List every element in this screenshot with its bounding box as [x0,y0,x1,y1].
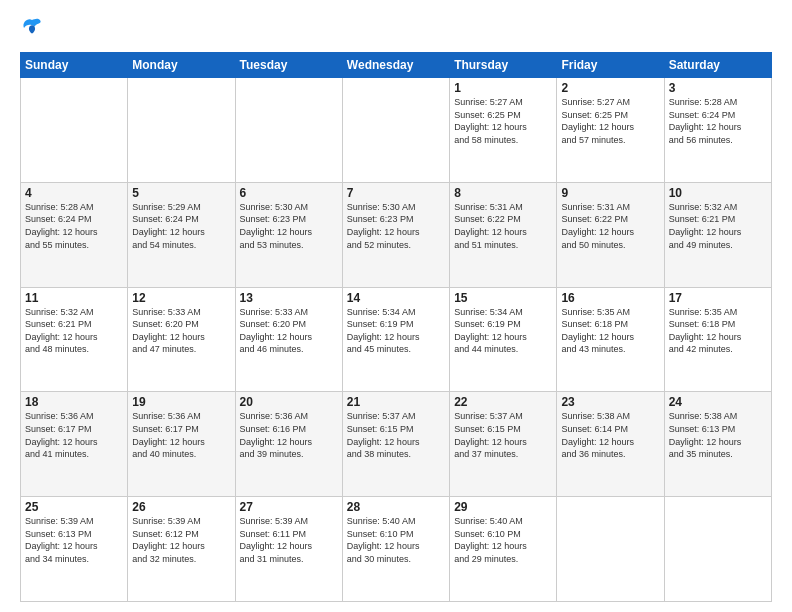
calendar-cell: 25Sunrise: 5:39 AM Sunset: 6:13 PM Dayli… [21,497,128,602]
calendar-cell: 9Sunrise: 5:31 AM Sunset: 6:22 PM Daylig… [557,182,664,287]
day-number: 27 [240,500,338,514]
day-number: 29 [454,500,552,514]
calendar-cell: 14Sunrise: 5:34 AM Sunset: 6:19 PM Dayli… [342,287,449,392]
day-info: Sunrise: 5:31 AM Sunset: 6:22 PM Dayligh… [454,201,552,251]
day-number: 4 [25,186,123,200]
day-number: 13 [240,291,338,305]
day-info: Sunrise: 5:40 AM Sunset: 6:10 PM Dayligh… [454,515,552,565]
calendar-day-header: Sunday [21,53,128,78]
day-info: Sunrise: 5:28 AM Sunset: 6:24 PM Dayligh… [25,201,123,251]
calendar-cell: 24Sunrise: 5:38 AM Sunset: 6:13 PM Dayli… [664,392,771,497]
day-number: 28 [347,500,445,514]
day-number: 19 [132,395,230,409]
calendar-cell: 15Sunrise: 5:34 AM Sunset: 6:19 PM Dayli… [450,287,557,392]
day-number: 12 [132,291,230,305]
day-number: 7 [347,186,445,200]
calendar-cell [21,78,128,183]
calendar-table: SundayMondayTuesdayWednesdayThursdayFrid… [20,52,772,602]
calendar-cell: 4Sunrise: 5:28 AM Sunset: 6:24 PM Daylig… [21,182,128,287]
calendar-day-header: Monday [128,53,235,78]
day-number: 18 [25,395,123,409]
day-info: Sunrise: 5:39 AM Sunset: 6:11 PM Dayligh… [240,515,338,565]
calendar-cell: 8Sunrise: 5:31 AM Sunset: 6:22 PM Daylig… [450,182,557,287]
logo-icon [20,16,44,44]
day-number: 10 [669,186,767,200]
day-number: 3 [669,81,767,95]
day-number: 2 [561,81,659,95]
day-info: Sunrise: 5:35 AM Sunset: 6:18 PM Dayligh… [669,306,767,356]
calendar-cell: 13Sunrise: 5:33 AM Sunset: 6:20 PM Dayli… [235,287,342,392]
calendar-cell: 12Sunrise: 5:33 AM Sunset: 6:20 PM Dayli… [128,287,235,392]
day-number: 9 [561,186,659,200]
calendar-week-row: 1Sunrise: 5:27 AM Sunset: 6:25 PM Daylig… [21,78,772,183]
day-number: 22 [454,395,552,409]
day-info: Sunrise: 5:36 AM Sunset: 6:17 PM Dayligh… [132,410,230,460]
calendar-day-header: Tuesday [235,53,342,78]
calendar-day-header: Friday [557,53,664,78]
calendar-cell: 18Sunrise: 5:36 AM Sunset: 6:17 PM Dayli… [21,392,128,497]
calendar-cell [342,78,449,183]
day-info: Sunrise: 5:27 AM Sunset: 6:25 PM Dayligh… [454,96,552,146]
header [20,16,772,44]
calendar-week-row: 18Sunrise: 5:36 AM Sunset: 6:17 PM Dayli… [21,392,772,497]
day-info: Sunrise: 5:29 AM Sunset: 6:24 PM Dayligh… [132,201,230,251]
calendar-cell: 3Sunrise: 5:28 AM Sunset: 6:24 PM Daylig… [664,78,771,183]
day-info: Sunrise: 5:32 AM Sunset: 6:21 PM Dayligh… [669,201,767,251]
calendar-cell: 28Sunrise: 5:40 AM Sunset: 6:10 PM Dayli… [342,497,449,602]
day-info: Sunrise: 5:38 AM Sunset: 6:14 PM Dayligh… [561,410,659,460]
calendar-cell: 6Sunrise: 5:30 AM Sunset: 6:23 PM Daylig… [235,182,342,287]
calendar-header-row: SundayMondayTuesdayWednesdayThursdayFrid… [21,53,772,78]
calendar-cell [128,78,235,183]
day-number: 1 [454,81,552,95]
day-number: 20 [240,395,338,409]
calendar-cell: 21Sunrise: 5:37 AM Sunset: 6:15 PM Dayli… [342,392,449,497]
day-number: 14 [347,291,445,305]
day-info: Sunrise: 5:33 AM Sunset: 6:20 PM Dayligh… [132,306,230,356]
calendar-day-header: Saturday [664,53,771,78]
calendar-cell: 26Sunrise: 5:39 AM Sunset: 6:12 PM Dayli… [128,497,235,602]
day-number: 21 [347,395,445,409]
day-number: 5 [132,186,230,200]
calendar-cell [664,497,771,602]
day-info: Sunrise: 5:31 AM Sunset: 6:22 PM Dayligh… [561,201,659,251]
day-info: Sunrise: 5:37 AM Sunset: 6:15 PM Dayligh… [347,410,445,460]
calendar-cell: 29Sunrise: 5:40 AM Sunset: 6:10 PM Dayli… [450,497,557,602]
calendar-cell: 10Sunrise: 5:32 AM Sunset: 6:21 PM Dayli… [664,182,771,287]
calendar-week-row: 25Sunrise: 5:39 AM Sunset: 6:13 PM Dayli… [21,497,772,602]
day-number: 15 [454,291,552,305]
calendar-cell: 16Sunrise: 5:35 AM Sunset: 6:18 PM Dayli… [557,287,664,392]
calendar-cell: 5Sunrise: 5:29 AM Sunset: 6:24 PM Daylig… [128,182,235,287]
calendar-cell: 11Sunrise: 5:32 AM Sunset: 6:21 PM Dayli… [21,287,128,392]
day-info: Sunrise: 5:33 AM Sunset: 6:20 PM Dayligh… [240,306,338,356]
calendar-cell [557,497,664,602]
day-info: Sunrise: 5:32 AM Sunset: 6:21 PM Dayligh… [25,306,123,356]
calendar-cell: 17Sunrise: 5:35 AM Sunset: 6:18 PM Dayli… [664,287,771,392]
day-info: Sunrise: 5:39 AM Sunset: 6:12 PM Dayligh… [132,515,230,565]
calendar-cell: 2Sunrise: 5:27 AM Sunset: 6:25 PM Daylig… [557,78,664,183]
day-info: Sunrise: 5:30 AM Sunset: 6:23 PM Dayligh… [240,201,338,251]
calendar-week-row: 11Sunrise: 5:32 AM Sunset: 6:21 PM Dayli… [21,287,772,392]
calendar-cell [235,78,342,183]
logo [20,16,48,44]
day-info: Sunrise: 5:36 AM Sunset: 6:17 PM Dayligh… [25,410,123,460]
day-info: Sunrise: 5:40 AM Sunset: 6:10 PM Dayligh… [347,515,445,565]
day-number: 11 [25,291,123,305]
day-number: 8 [454,186,552,200]
calendar-cell: 1Sunrise: 5:27 AM Sunset: 6:25 PM Daylig… [450,78,557,183]
calendar-cell: 22Sunrise: 5:37 AM Sunset: 6:15 PM Dayli… [450,392,557,497]
day-number: 16 [561,291,659,305]
calendar-day-header: Thursday [450,53,557,78]
day-info: Sunrise: 5:38 AM Sunset: 6:13 PM Dayligh… [669,410,767,460]
day-number: 26 [132,500,230,514]
calendar-week-row: 4Sunrise: 5:28 AM Sunset: 6:24 PM Daylig… [21,182,772,287]
calendar-cell: 19Sunrise: 5:36 AM Sunset: 6:17 PM Dayli… [128,392,235,497]
day-info: Sunrise: 5:34 AM Sunset: 6:19 PM Dayligh… [347,306,445,356]
day-number: 24 [669,395,767,409]
calendar-cell: 23Sunrise: 5:38 AM Sunset: 6:14 PM Dayli… [557,392,664,497]
day-info: Sunrise: 5:30 AM Sunset: 6:23 PM Dayligh… [347,201,445,251]
calendar-cell: 27Sunrise: 5:39 AM Sunset: 6:11 PM Dayli… [235,497,342,602]
calendar-cell: 7Sunrise: 5:30 AM Sunset: 6:23 PM Daylig… [342,182,449,287]
calendar-day-header: Wednesday [342,53,449,78]
day-info: Sunrise: 5:27 AM Sunset: 6:25 PM Dayligh… [561,96,659,146]
day-info: Sunrise: 5:34 AM Sunset: 6:19 PM Dayligh… [454,306,552,356]
